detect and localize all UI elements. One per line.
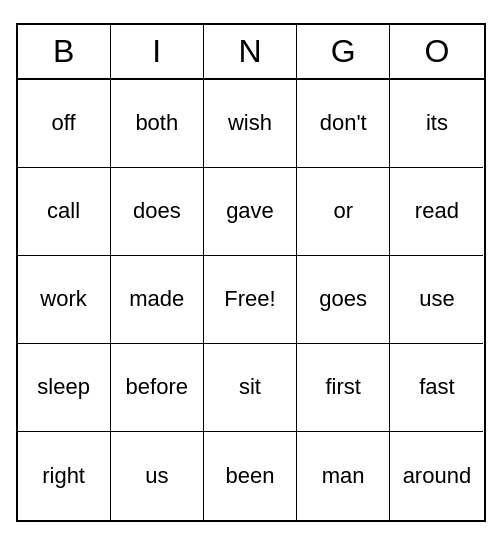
cell-22[interactable]: been bbox=[204, 432, 297, 520]
cell-14[interactable]: use bbox=[390, 256, 483, 344]
cell-5[interactable]: call bbox=[18, 168, 111, 256]
bingo-card: B I N G O off both wish don't its call d… bbox=[16, 23, 486, 522]
cell-9[interactable]: read bbox=[390, 168, 483, 256]
cell-6[interactable]: does bbox=[111, 168, 204, 256]
cell-free[interactable]: Free! bbox=[204, 256, 297, 344]
cell-4[interactable]: its bbox=[390, 80, 483, 168]
cell-24[interactable]: around bbox=[390, 432, 483, 520]
cell-21[interactable]: us bbox=[111, 432, 204, 520]
bingo-grid: off both wish don't its call does gave o… bbox=[18, 80, 484, 520]
cell-18[interactable]: first bbox=[297, 344, 390, 432]
cell-1[interactable]: both bbox=[111, 80, 204, 168]
cell-17[interactable]: sit bbox=[204, 344, 297, 432]
cell-10[interactable]: work bbox=[18, 256, 111, 344]
header-i: I bbox=[111, 25, 204, 78]
cell-19[interactable]: fast bbox=[390, 344, 483, 432]
cell-3[interactable]: don't bbox=[297, 80, 390, 168]
header-n: N bbox=[204, 25, 297, 78]
bingo-header: B I N G O bbox=[18, 25, 484, 80]
cell-23[interactable]: man bbox=[297, 432, 390, 520]
header-g: G bbox=[297, 25, 390, 78]
cell-20[interactable]: right bbox=[18, 432, 111, 520]
header-o: O bbox=[390, 25, 483, 78]
cell-0[interactable]: off bbox=[18, 80, 111, 168]
cell-8[interactable]: or bbox=[297, 168, 390, 256]
cell-16[interactable]: before bbox=[111, 344, 204, 432]
cell-11[interactable]: made bbox=[111, 256, 204, 344]
cell-13[interactable]: goes bbox=[297, 256, 390, 344]
cell-15[interactable]: sleep bbox=[18, 344, 111, 432]
cell-2[interactable]: wish bbox=[204, 80, 297, 168]
header-b: B bbox=[18, 25, 111, 78]
cell-7[interactable]: gave bbox=[204, 168, 297, 256]
